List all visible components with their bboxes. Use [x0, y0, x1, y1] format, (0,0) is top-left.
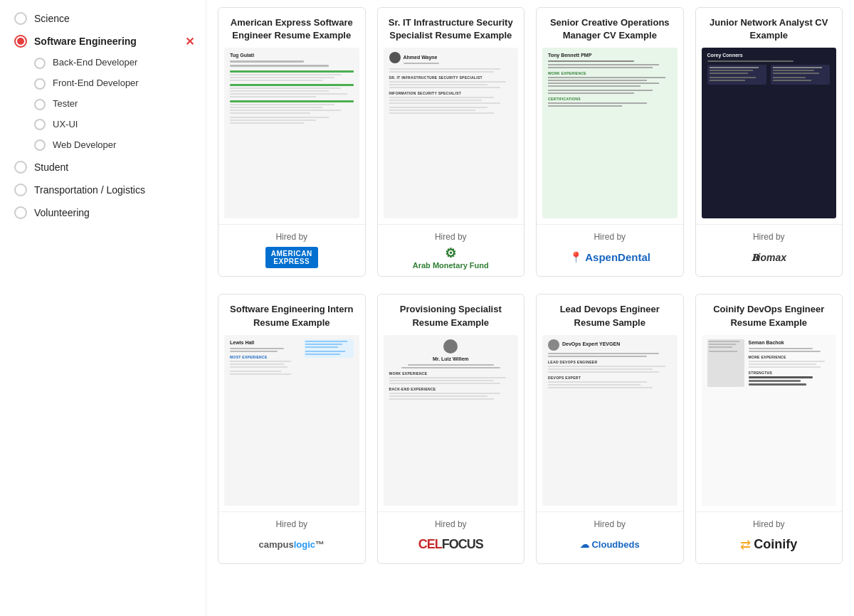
- sidebar-label-student: Student: [34, 161, 68, 174]
- card-senior-creative[interactable]: Senior Creative Operations Manager CV Ex…: [536, 7, 684, 277]
- card-campus-logo: campuslogic™: [226, 533, 358, 556]
- card-senior-creative-hired-label: Hired by: [544, 232, 676, 242]
- card-se-intern-title: Software Engineering Intern Resume Examp…: [218, 294, 365, 334]
- card-coinify-devops-hired-label: Hired by: [703, 519, 835, 529]
- subitem-label-web-developer: Web Developer: [53, 139, 116, 152]
- card-sr-it[interactable]: Sr. IT Infrastructure Security Specialis…: [377, 7, 525, 277]
- coinify-icon: ⇄: [740, 537, 751, 553]
- card-amex[interactable]: American Express Software Engineer Resum…: [218, 7, 366, 277]
- card-provisioning-hired-label: Hired by: [385, 519, 517, 529]
- radio-software-engineering: [14, 35, 27, 48]
- card-amex-logo: AMERICANEXPRESS: [226, 246, 358, 269]
- radio-student: [14, 161, 27, 174]
- card-lead-devops-hired: Hired by ☁ Cloudbeds: [537, 511, 683, 563]
- radio-backend: [34, 58, 46, 69]
- card-cloud-logo: ☁ Cloudbeds: [544, 533, 676, 556]
- aspen-logo-text: 📍 AspenDental: [569, 251, 650, 264]
- radio-web-developer: [34, 139, 46, 151]
- campus-logo-text: campuslogic™: [259, 539, 325, 550]
- card-lead-devops-title: Lead Devops Engineer Resume Sample: [537, 294, 683, 334]
- card-cel-logo: CELFOCUS: [385, 533, 517, 556]
- card-amex-title: American Express Software Engineer Resum…: [218, 8, 365, 48]
- software-subitems: Back-End Developer Front-End Developer T…: [11, 53, 194, 155]
- card-provisioning-preview: Mr. Luiz Willem Work experience Back-end…: [384, 335, 519, 506]
- card-coinify-devops-hired: Hired by ⇄ Coinify: [696, 511, 843, 563]
- card-provisioning[interactable]: Provisioning Specialist Resume Example M…: [377, 294, 525, 563]
- close-software-engineering-icon[interactable]: ✕: [185, 35, 194, 48]
- card-sr-it-hired-label: Hired by: [385, 232, 517, 242]
- amex-logo-text: AMERICANEXPRESS: [265, 247, 318, 268]
- card-junior-network-preview: Corey Conners: [702, 48, 837, 218]
- subitem-label-tester: Tester: [53, 98, 78, 110]
- radio-volunteering: [14, 206, 27, 219]
- card-coinify-devops-preview: Seman Bachok More experience Strengths: [702, 335, 837, 506]
- subitem-label-ux-ui: UX-UI: [53, 119, 78, 131]
- sidebar: Science Software Engineering ✕ Back-End …: [0, 0, 206, 616]
- sidebar-item-software-engineering[interactable]: Software Engineering ✕: [11, 30, 194, 53]
- card-senior-creative-title: Senior Creative Operations Manager CV Ex…: [537, 8, 683, 48]
- card-sr-it-preview: Ahmed Wayne Sr. IT Infrastructure Securi…: [384, 48, 519, 218]
- card-senior-creative-hired: Hired by 📍 AspenDental: [537, 224, 683, 276]
- coinify-logo-text: ⇄ Coinify: [740, 537, 797, 553]
- card-biomax-logo: 𝐁iomax: [703, 246, 835, 269]
- card-amex-hired: Hired by AMERICANEXPRESS: [218, 224, 365, 276]
- card-aspen-logo: 📍 AspenDental: [544, 246, 676, 269]
- card-senior-creative-preview: Tony Bennett PMP Work experience Certifi…: [542, 48, 678, 218]
- sidebar-label-volunteering: Volunteering: [34, 206, 90, 219]
- amf-logo-text: ⚙ Arab Monetary Fund: [413, 245, 489, 270]
- card-coinify-devops-title: Coinify DevOps Engineer Resume Example: [696, 294, 843, 334]
- card-lead-devops-hired-label: Hired by: [544, 519, 676, 529]
- subitem-label-frontend: Front-End Developer: [53, 78, 139, 90]
- subitem-frontend[interactable]: Front-End Developer: [31, 73, 194, 94]
- card-se-intern[interactable]: Software Engineering Intern Resume Examp…: [218, 294, 366, 563]
- card-junior-network-hired: Hired by 𝐁iomax: [696, 224, 843, 276]
- card-coinify-devops[interactable]: Coinify DevOps Engineer Resume Example: [695, 294, 843, 563]
- subitem-label-backend: Back-End Developer: [53, 57, 137, 69]
- subitem-tester[interactable]: Tester: [31, 94, 194, 115]
- main-content: American Express Software Engineer Resum…: [206, 0, 854, 616]
- card-amex-preview: Tug Gulati: [224, 48, 359, 218]
- radio-inner-software: [17, 38, 24, 45]
- cards-row-2: Software Engineering Intern Resume Examp…: [218, 294, 843, 563]
- card-sr-it-hired: Hired by ⚙ Arab Monetary Fund: [378, 224, 524, 276]
- card-provisioning-title: Provisioning Specialist Resume Example: [378, 294, 524, 334]
- radio-science: [14, 12, 27, 25]
- subitem-ux-ui[interactable]: UX-UI: [31, 115, 194, 135]
- sidebar-label-software-engineering: Software Engineering: [34, 35, 137, 48]
- card-junior-network[interactable]: Junior Network Analyst CV Example Corey …: [695, 7, 843, 277]
- card-lead-devops-preview: DevOps Expert YEVGEN Lead DevOps Enginee…: [542, 335, 678, 506]
- subitem-backend[interactable]: Back-End Developer: [31, 53, 194, 73]
- card-amf-logo: ⚙ Arab Monetary Fund: [385, 246, 517, 269]
- coinify-text: Coinify: [754, 537, 797, 552]
- sidebar-item-volunteering[interactable]: Volunteering: [11, 201, 194, 224]
- card-sr-it-title: Sr. IT Infrastructure Security Specialis…: [378, 8, 524, 48]
- sidebar-item-transportation[interactable]: Transportation / Logistics: [11, 179, 194, 201]
- subitem-web-developer[interactable]: Web Developer: [31, 135, 194, 156]
- cel-logo-text: CELFOCUS: [418, 537, 483, 552]
- card-se-intern-hired-label: Hired by: [226, 519, 358, 529]
- card-junior-network-hired-label: Hired by: [703, 232, 835, 242]
- card-lead-devops[interactable]: Lead Devops Engineer Resume Sample DevOp…: [536, 294, 684, 563]
- card-se-intern-preview: Lewis Hall Most Experience: [224, 335, 359, 506]
- card-amex-hired-label: Hired by: [226, 232, 358, 242]
- sidebar-label-transportation: Transportation / Logistics: [34, 184, 145, 196]
- card-se-intern-hired: Hired by campuslogic™: [218, 511, 365, 563]
- sidebar-label-science: Science: [34, 12, 70, 25]
- radio-tester: [34, 99, 46, 110]
- radio-transportation: [14, 184, 27, 196]
- sidebar-item-science[interactable]: Science: [11, 7, 194, 30]
- radio-frontend: [34, 78, 46, 90]
- card-coinify-logo: ⇄ Coinify: [703, 533, 835, 556]
- sidebar-item-student[interactable]: Student: [11, 156, 194, 179]
- radio-ux-ui: [34, 119, 46, 130]
- biomax-logo-text: 𝐁iomax: [752, 252, 786, 264]
- cloud-logo-text: ☁ Cloudbeds: [580, 539, 640, 550]
- cards-row-1: American Express Software Engineer Resum…: [218, 7, 843, 277]
- card-junior-network-title: Junior Network Analyst CV Example: [696, 8, 843, 48]
- card-provisioning-hired: Hired by CELFOCUS: [378, 511, 524, 563]
